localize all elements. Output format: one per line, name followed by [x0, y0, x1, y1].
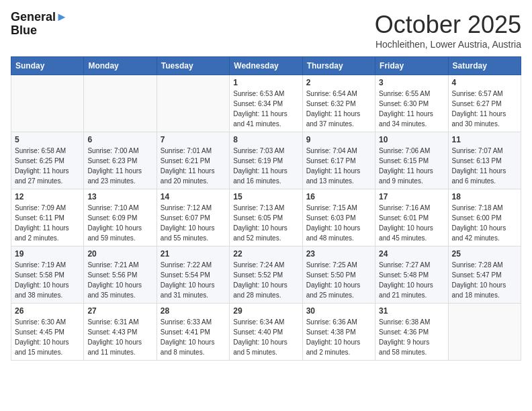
day-number: 29	[233, 306, 298, 316]
calendar-cell: 12Sunrise: 7:09 AMSunset: 6:11 PMDayligh…	[11, 189, 84, 246]
day-number: 22	[233, 249, 298, 259]
calendar-cell: 18Sunrise: 7:18 AMSunset: 6:00 PMDayligh…	[448, 189, 521, 246]
calendar-cell: 25Sunrise: 7:28 AMSunset: 5:47 PMDayligh…	[448, 246, 521, 304]
day-info: Sunrise: 7:18 AMSunset: 6:00 PMDaylight:…	[452, 203, 517, 243]
calendar-cell: 31Sunrise: 6:38 AMSunset: 4:36 PMDayligh…	[375, 304, 448, 361]
day-number: 5	[15, 135, 80, 144]
calendar-cell: 26Sunrise: 6:30 AMSunset: 4:45 PMDayligh…	[11, 304, 84, 361]
calendar-cell: 6Sunrise: 7:00 AMSunset: 6:23 PMDaylight…	[84, 132, 157, 189]
calendar-cell: 29Sunrise: 6:34 AMSunset: 4:40 PMDayligh…	[230, 304, 302, 361]
day-info: Sunrise: 7:04 AMSunset: 6:17 PMDaylight:…	[306, 146, 371, 186]
calendar-cell	[84, 75, 157, 132]
day-number: 25	[452, 249, 517, 259]
day-number: 2	[306, 78, 371, 87]
weekday-header-thursday: Thursday	[302, 57, 375, 75]
calendar-cell: 10Sunrise: 7:06 AMSunset: 6:15 PMDayligh…	[375, 132, 448, 189]
calendar-cell: 4Sunrise: 6:57 AMSunset: 6:27 PMDaylight…	[448, 75, 521, 132]
day-number: 21	[161, 249, 226, 259]
day-info: Sunrise: 6:33 AMSunset: 4:41 PMDaylight:…	[161, 317, 226, 357]
day-info: Sunrise: 7:28 AMSunset: 5:47 PMDaylight:…	[452, 260, 517, 300]
day-info: Sunrise: 6:57 AMSunset: 6:27 PMDaylight:…	[452, 89, 517, 129]
location-subtitle: Hochleithen, Lower Austria, Austria	[375, 39, 521, 50]
page-header: General►Blue October 2025 Hochleithen, L…	[11, 11, 521, 50]
day-number: 31	[379, 306, 444, 316]
calendar-cell: 8Sunrise: 7:03 AMSunset: 6:19 PMDaylight…	[230, 132, 302, 189]
calendar-cell: 2Sunrise: 6:54 AMSunset: 6:32 PMDaylight…	[302, 75, 375, 132]
day-number: 26	[15, 306, 80, 316]
day-info: Sunrise: 7:07 AMSunset: 6:13 PMDaylight:…	[452, 146, 517, 186]
day-info: Sunrise: 7:13 AMSunset: 6:05 PMDaylight:…	[233, 203, 298, 243]
calendar-cell: 13Sunrise: 7:10 AMSunset: 6:09 PMDayligh…	[84, 189, 157, 246]
day-info: Sunrise: 7:01 AMSunset: 6:21 PMDaylight:…	[161, 146, 226, 186]
weekday-header-friday: Friday	[375, 57, 448, 75]
calendar-cell: 11Sunrise: 7:07 AMSunset: 6:13 PMDayligh…	[448, 132, 521, 189]
day-number: 4	[452, 78, 517, 87]
calendar-cell: 19Sunrise: 7:19 AMSunset: 5:58 PMDayligh…	[11, 246, 84, 304]
calendar-cell: 7Sunrise: 7:01 AMSunset: 6:21 PMDaylight…	[157, 132, 229, 189]
calendar-cell: 28Sunrise: 6:33 AMSunset: 4:41 PMDayligh…	[157, 304, 229, 361]
day-info: Sunrise: 7:22 AMSunset: 5:54 PMDaylight:…	[161, 260, 226, 300]
day-number: 28	[161, 306, 226, 316]
calendar-cell: 3Sunrise: 6:55 AMSunset: 6:30 PMDaylight…	[375, 75, 448, 132]
day-info: Sunrise: 6:58 AMSunset: 6:25 PMDaylight:…	[15, 146, 80, 186]
month-title: October 2025	[375, 11, 521, 39]
calendar-cell: 30Sunrise: 6:36 AMSunset: 4:38 PMDayligh…	[302, 304, 375, 361]
calendar-cell: 16Sunrise: 7:15 AMSunset: 6:03 PMDayligh…	[302, 189, 375, 246]
day-info: Sunrise: 7:27 AMSunset: 5:48 PMDaylight:…	[379, 260, 444, 300]
day-number: 6	[87, 135, 152, 144]
calendar-cell: 24Sunrise: 7:27 AMSunset: 5:48 PMDayligh…	[375, 246, 448, 304]
calendar-cell: 5Sunrise: 6:58 AMSunset: 6:25 PMDaylight…	[11, 132, 84, 189]
day-info: Sunrise: 7:21 AMSunset: 5:56 PMDaylight:…	[87, 260, 152, 300]
day-number: 18	[452, 192, 517, 201]
calendar-cell: 14Sunrise: 7:12 AMSunset: 6:07 PMDayligh…	[157, 189, 229, 246]
week-row-4: 19Sunrise: 7:19 AMSunset: 5:58 PMDayligh…	[11, 246, 521, 304]
day-info: Sunrise: 6:31 AMSunset: 4:43 PMDaylight:…	[87, 317, 152, 357]
calendar-cell: 15Sunrise: 7:13 AMSunset: 6:05 PMDayligh…	[230, 189, 302, 246]
week-row-5: 26Sunrise: 6:30 AMSunset: 4:45 PMDayligh…	[11, 304, 521, 361]
day-info: Sunrise: 6:55 AMSunset: 6:30 PMDaylight:…	[379, 89, 444, 129]
calendar-cell: 9Sunrise: 7:04 AMSunset: 6:17 PMDaylight…	[302, 132, 375, 189]
day-info: Sunrise: 6:54 AMSunset: 6:32 PMDaylight:…	[306, 89, 371, 129]
day-number: 24	[379, 249, 444, 259]
day-info: Sunrise: 6:36 AMSunset: 4:38 PMDaylight:…	[306, 317, 371, 357]
day-info: Sunrise: 6:30 AMSunset: 4:45 PMDaylight:…	[15, 317, 80, 357]
day-info: Sunrise: 7:12 AMSunset: 6:07 PMDaylight:…	[161, 203, 226, 243]
day-number: 30	[306, 306, 371, 316]
day-number: 19	[15, 249, 80, 259]
day-info: Sunrise: 7:24 AMSunset: 5:52 PMDaylight:…	[233, 260, 298, 300]
week-row-1: 1Sunrise: 6:53 AMSunset: 6:34 PMDaylight…	[11, 75, 521, 132]
calendar-cell: 20Sunrise: 7:21 AMSunset: 5:56 PMDayligh…	[84, 246, 157, 304]
logo: General►Blue	[11, 11, 68, 38]
weekday-header-row: SundayMondayTuesdayWednesdayThursdayFrid…	[11, 57, 521, 75]
day-info: Sunrise: 7:16 AMSunset: 6:01 PMDaylight:…	[379, 203, 444, 243]
week-row-2: 5Sunrise: 6:58 AMSunset: 6:25 PMDaylight…	[11, 132, 521, 189]
day-number: 16	[306, 192, 371, 201]
calendar-cell: 23Sunrise: 7:25 AMSunset: 5:50 PMDayligh…	[302, 246, 375, 304]
day-info: Sunrise: 6:53 AMSunset: 6:34 PMDaylight:…	[233, 89, 298, 129]
day-number: 23	[306, 249, 371, 259]
weekday-header-saturday: Saturday	[448, 57, 521, 75]
day-number: 20	[87, 249, 152, 259]
day-info: Sunrise: 6:38 AMSunset: 4:36 PMDaylight:…	[379, 317, 444, 357]
day-number: 15	[233, 192, 298, 201]
day-info: Sunrise: 7:15 AMSunset: 6:03 PMDaylight:…	[306, 203, 371, 243]
day-number: 27	[87, 306, 152, 316]
day-number: 17	[379, 192, 444, 201]
day-info: Sunrise: 7:00 AMSunset: 6:23 PMDaylight:…	[87, 146, 152, 186]
calendar-cell	[157, 75, 229, 132]
calendar-cell: 21Sunrise: 7:22 AMSunset: 5:54 PMDayligh…	[157, 246, 229, 304]
weekday-header-wednesday: Wednesday	[230, 57, 302, 75]
day-number: 7	[161, 135, 226, 144]
day-number: 12	[15, 192, 80, 201]
day-number: 1	[233, 78, 298, 87]
calendar-cell: 1Sunrise: 6:53 AMSunset: 6:34 PMDaylight…	[230, 75, 302, 132]
weekday-header-monday: Monday	[84, 57, 157, 75]
calendar-cell: 27Sunrise: 6:31 AMSunset: 4:43 PMDayligh…	[84, 304, 157, 361]
day-info: Sunrise: 7:09 AMSunset: 6:11 PMDaylight:…	[15, 203, 80, 243]
day-info: Sunrise: 7:10 AMSunset: 6:09 PMDaylight:…	[87, 203, 152, 243]
calendar-cell	[448, 304, 521, 361]
day-info: Sunrise: 7:25 AMSunset: 5:50 PMDaylight:…	[306, 260, 371, 300]
day-number: 14	[161, 192, 226, 201]
day-number: 8	[233, 135, 298, 144]
calendar-cell: 22Sunrise: 7:24 AMSunset: 5:52 PMDayligh…	[230, 246, 302, 304]
